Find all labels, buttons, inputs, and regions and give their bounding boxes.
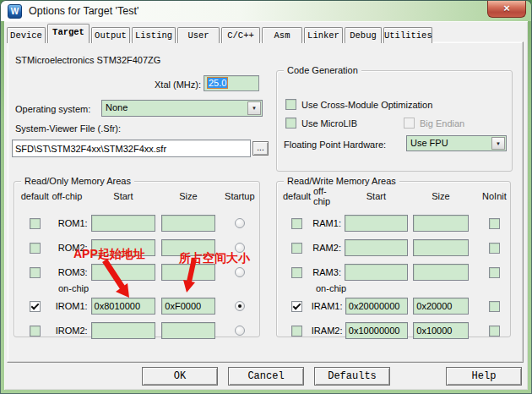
- header-default: default: [19, 191, 50, 201]
- browse-button[interactable]: ...: [252, 141, 269, 156]
- irom1-size-input[interactable]: 0xF0000: [161, 298, 214, 315]
- title-bar: W Options for Target 'Test' ×: [1, 1, 531, 21]
- ram2-row: RAM2:: [282, 237, 507, 259]
- code-generation-title: Code Generation: [284, 65, 361, 75]
- ram2-noinit-checkbox[interactable]: [489, 243, 500, 254]
- chevron-down-icon[interactable]: ▼: [491, 137, 505, 150]
- irom1-start-input[interactable]: 0x8010000: [91, 298, 156, 315]
- ram2-label: RAM2:: [312, 243, 345, 253]
- tab-output[interactable]: Output: [91, 27, 130, 43]
- floating-point-label: Floating Point Hardware:: [284, 140, 386, 150]
- header-off-chip: off-chip: [50, 191, 90, 201]
- ok-button[interactable]: OK: [142, 367, 218, 386]
- tab-bar: Device Target Output Listing User C/C++ …: [7, 25, 434, 43]
- tab-asm[interactable]: Asm: [262, 27, 302, 43]
- iram1-noinit-checkbox[interactable]: [489, 301, 500, 312]
- ram3-start-input[interactable]: [345, 264, 408, 281]
- read-only-title: Read/Only Memory Areas: [21, 176, 134, 186]
- ram1-size-input[interactable]: [413, 215, 469, 232]
- rom1-row: ROM1:: [19, 212, 256, 234]
- operating-system-select[interactable]: None ▼: [101, 100, 263, 117]
- iram2-default-checkbox[interactable]: [291, 326, 302, 337]
- code-generation-group: Code Generation Use Cross-Module Optimiz…: [276, 70, 513, 172]
- xtal-selected-text: 25.0: [207, 77, 228, 89]
- annotation-size-note: 所占空间大小: [179, 251, 250, 266]
- header-size: Size: [161, 191, 214, 201]
- read-only-header-row: default off-chip Start Size Startup: [19, 190, 256, 202]
- iram1-size-input[interactable]: 0x20000: [413, 298, 469, 315]
- cross-module-label: Use Cross-Module Optimization: [301, 100, 432, 110]
- ram3-noinit-checkbox[interactable]: [489, 267, 500, 278]
- iram1-label: IRAM1:: [312, 301, 345, 311]
- rom3-label: ROM3:: [50, 267, 90, 277]
- tab-utilities[interactable]: Utilities: [383, 27, 432, 43]
- read-write-header-row: default off-chip Start Size NoInit: [282, 190, 507, 202]
- ram3-default-checkbox[interactable]: [291, 267, 302, 278]
- cancel-button[interactable]: Cancel: [228, 367, 304, 386]
- options-dialog-window: W Options for Target 'Test' × Device Tar…: [0, 0, 532, 394]
- xtal-label: Xtal (MHz):: [125, 79, 201, 90]
- system-viewer-input[interactable]: SFD\ST\STM32F4xx\STM32F4xx.sfr: [12, 140, 251, 157]
- tab-debug[interactable]: Debug: [345, 27, 382, 43]
- rom1-default-checkbox[interactable]: [30, 218, 41, 229]
- tab-user[interactable]: User: [177, 27, 220, 43]
- header-start: Start: [345, 191, 408, 201]
- rom3-startup-radio[interactable]: [235, 267, 245, 277]
- ram2-start-input[interactable]: [345, 239, 408, 256]
- microlib-checkbox[interactable]: [285, 118, 296, 129]
- irom2-startup-radio[interactable]: [235, 326, 245, 336]
- annotation-app-start-address: APP起始地址: [73, 247, 145, 262]
- rom3-default-checkbox[interactable]: [30, 267, 41, 278]
- ram1-default-checkbox[interactable]: [291, 218, 302, 229]
- operating-system-label: Operating system:: [15, 104, 90, 114]
- tab-target[interactable]: Target: [47, 24, 90, 43]
- tab-device[interactable]: Device: [7, 27, 46, 43]
- keil-uvision-icon: W: [8, 4, 22, 19]
- iram2-start-input[interactable]: 0x10000000: [345, 322, 408, 339]
- ram1-noinit-checkbox[interactable]: [489, 218, 500, 229]
- iram1-default-checkbox[interactable]: [291, 301, 302, 312]
- iram2-noinit-checkbox[interactable]: [489, 326, 500, 337]
- xtal-input[interactable]: 25.0: [204, 75, 259, 91]
- rom2-default-checkbox[interactable]: [30, 243, 41, 254]
- read-write-onchip-label: on-chip: [316, 283, 346, 293]
- cross-module-checkbox[interactable]: [285, 99, 296, 110]
- rom1-start-input[interactable]: [91, 215, 156, 232]
- irom2-default-checkbox[interactable]: [30, 326, 41, 337]
- ram1-start-input[interactable]: [345, 215, 408, 232]
- device-name-label: STMicroelectronics STM32F407ZG: [15, 55, 160, 65]
- irom1-default-checkbox[interactable]: [30, 301, 41, 312]
- iram1-row: IRAM1: 0x20000000 0x20000: [282, 295, 507, 317]
- operating-system-value: None: [106, 102, 128, 112]
- irom1-label: IROM1:: [50, 301, 90, 311]
- tab-ccpp[interactable]: C/C++: [221, 27, 260, 43]
- irom2-start-input[interactable]: [91, 322, 156, 339]
- defaults-button[interactable]: Defaults: [314, 367, 390, 386]
- ram2-size-input[interactable]: [413, 239, 469, 256]
- rom3-size-input[interactable]: [161, 264, 214, 281]
- iram2-size-input[interactable]: 0x10000: [413, 322, 469, 339]
- ram2-default-checkbox[interactable]: [291, 243, 302, 254]
- iram1-start-input[interactable]: 0x20000000: [345, 298, 408, 315]
- irom2-row: IROM2:: [19, 320, 256, 342]
- header-default: default: [282, 191, 312, 201]
- header-start: Start: [91, 191, 156, 201]
- tab-linker[interactable]: Linker: [304, 27, 343, 43]
- irom2-label: IROM2:: [50, 326, 90, 336]
- rom1-size-input[interactable]: [161, 215, 214, 232]
- irom1-row: IROM1: 0x8010000 0xF0000: [19, 295, 256, 317]
- close-button[interactable]: ×: [487, 1, 526, 18]
- rom1-startup-radio[interactable]: [235, 218, 245, 228]
- big-endian-checkbox: [404, 118, 415, 129]
- rom3-start-input[interactable]: [91, 264, 156, 281]
- tab-listing[interactable]: Listing: [132, 27, 176, 43]
- ram3-label: RAM3:: [312, 267, 345, 277]
- ram3-size-input[interactable]: [413, 264, 469, 281]
- read-write-title: Read/Write Memory Areas: [284, 176, 399, 186]
- chevron-down-icon[interactable]: ▼: [247, 101, 261, 115]
- floating-point-select[interactable]: Use FPU ▼: [406, 135, 507, 151]
- irom2-size-input[interactable]: [161, 322, 214, 339]
- help-button[interactable]: Help: [446, 367, 522, 386]
- irom1-startup-radio[interactable]: [235, 301, 245, 311]
- header-noinit: NoInit: [482, 191, 507, 201]
